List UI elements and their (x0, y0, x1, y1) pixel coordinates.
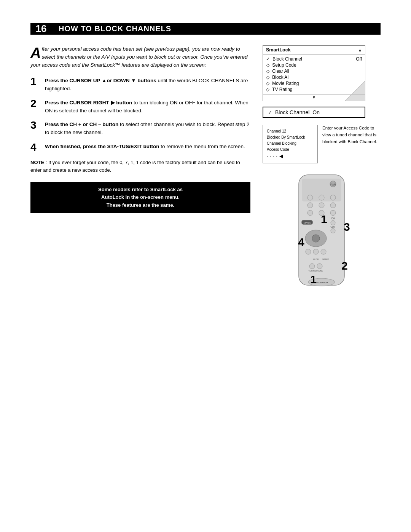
svg-text:MAGNAVOX: MAGNAVOX (315, 281, 328, 284)
step-3-bold: Press the CH + or CH – button (45, 121, 118, 127)
menu-title: SmartLock (266, 47, 291, 53)
cursor-dots: - - - - (267, 153, 278, 160)
svg-text:MUTE: MUTE (313, 258, 319, 260)
step-4: 4 When finished, press the STA-TUS/EXIT … (30, 143, 250, 153)
step-1-number: 1 (30, 76, 41, 93)
step-1: 1 Press the CURSOR UP ▲or DOWN ▼ buttons… (30, 77, 250, 93)
step-2: 2 Press the CURSOR RIGHT ▶ button to tur… (30, 99, 250, 115)
right-column: SmartLock ▲ ✓ Block Channel Off ◇ Setup … (263, 45, 381, 301)
menu-item-clear-all-label: ◇ Clear All (266, 69, 289, 74)
side-text-content: Enter your Access Code to view a tuned c… (322, 126, 377, 144)
menu-item-block-channel: ✓ Block Channel Off (266, 56, 362, 62)
svg-point-12 (307, 210, 313, 216)
screen-line-1: Channel 12 (267, 128, 314, 134)
svg-point-10 (319, 203, 324, 208)
step-4-number: 4 (30, 142, 41, 153)
note-label: NOTE (30, 160, 44, 165)
svg-point-14 (330, 210, 336, 216)
svg-text:SOUND: SOUND (316, 270, 323, 272)
screen-line-3: Channel Blocking (267, 141, 314, 147)
svg-point-28 (309, 264, 315, 269)
svg-point-29 (317, 264, 322, 269)
svg-point-9 (307, 203, 313, 208)
menu-item-movie-rating-label: ◇ Movie Rating (266, 81, 299, 86)
svg-point-11 (330, 203, 336, 208)
corner-fold-svg (344, 80, 365, 101)
step-3: 3 Press the CH + or CH – button to selec… (30, 121, 250, 137)
menu-item-tv-rating-label: ◇ TV Rating (266, 87, 292, 92)
block-channel-bar: ✓ Block Channel On (263, 107, 365, 118)
step-3-content: Press the CH + or CH – button to select … (45, 121, 250, 137)
svg-point-7 (319, 195, 324, 200)
remote-container: 1 3 4 2 1 PWR (280, 172, 363, 301)
step-4-bold: When finished, press the STA-TUS/EXIT bu… (45, 144, 159, 149)
svg-text:SMART: SMART (322, 258, 329, 260)
drop-cap: A (30, 47, 41, 59)
menu-item-setup-code: ◇ Setup Code (266, 62, 362, 68)
svg-point-6 (307, 195, 313, 200)
intro-paragraph: A fter your personal access code has bee… (30, 45, 250, 69)
bottom-notice: Some models refer to SmartLock as AutoLo… (30, 182, 250, 213)
page-title: HOW TO BLOCK CHANNELS (52, 23, 381, 35)
title-text: HOW TO BLOCK CHANNELS (59, 24, 171, 33)
block-channel-check-icon: ✓ (268, 110, 272, 115)
block-channel-label: Block Channel (275, 109, 309, 115)
step-4-content: When finished, press the STA-TUS/EXIT bu… (45, 143, 250, 153)
step-3-number: 3 (30, 120, 41, 137)
left-column: A fter your personal access code has bee… (30, 45, 250, 301)
svg-text:STATUS: STATUS (304, 222, 311, 224)
svg-text:PICTURE: PICTURE (308, 270, 317, 272)
intro-text: fter your personal access code has been … (30, 46, 248, 68)
note: NOTE : If you ever forget your code, the… (30, 159, 250, 174)
main-content: A fter your personal access code has bee… (30, 45, 381, 301)
menu-item-clear-all: ◇ Clear All (266, 68, 362, 74)
svg-point-22 (312, 235, 320, 242)
page-number: 16 (30, 23, 52, 35)
menu-title-row: SmartLock ▲ (263, 46, 365, 54)
svg-text:VOL: VOL (330, 226, 335, 228)
block-channel-value: On (312, 109, 320, 115)
svg-point-18 (331, 228, 335, 233)
svg-point-13 (319, 210, 324, 216)
channel-blocked-side-text: Enter your Access Code to view a tuned c… (322, 125, 381, 163)
svg-point-25 (321, 249, 326, 254)
screen-line-2: Blocked By SmartLock (267, 134, 314, 141)
channel-blocked-screen: Channel 12 Blocked By SmartLock Channel … (263, 125, 318, 163)
notice-line-3: These features are the same. (37, 201, 244, 209)
step-2-bold: Press the CURSOR RIGHT ▶ button (45, 100, 132, 105)
page-header: 16 HOW TO BLOCK CHANNELS (30, 23, 381, 35)
notice-line-2: AutoLock in the on-screen menu. (37, 193, 244, 201)
step-1-bold: Press the CURSOR UP ▲or DOWN ▼ buttons (45, 78, 156, 83)
menu-item-setup-code-label: ◇ Setup Code (266, 62, 296, 68)
cursor-line: - - - - ◀ (267, 153, 314, 160)
menu-item-block-all-label: ◇ Block All (266, 75, 290, 80)
menu-item-block-channel-value: Off (356, 56, 362, 62)
corner-fold (344, 80, 365, 101)
svg-text:CH: CH (331, 217, 335, 220)
smartlock-menu-wrapper: SmartLock ▲ ✓ Block Channel Off ◇ Setup … (263, 45, 365, 101)
menu-item-block-channel-label: ✓ Block Channel (266, 56, 302, 62)
note-text: : If you ever forget your code, the 0, 7… (30, 160, 240, 173)
svg-text:PWR: PWR (330, 183, 336, 186)
notice-line-1: Some models refer to SmartLock as (37, 186, 244, 194)
menu-item-block-all: ◇ Block All (266, 74, 362, 80)
svg-point-24 (313, 249, 319, 254)
step-2-number: 2 (30, 98, 41, 115)
remote-area: 1 3 4 2 1 PWR (263, 172, 381, 301)
screen-line-4: Access Code (267, 147, 314, 153)
svg-point-17 (331, 220, 335, 225)
remote-svg: PWR CH VOL (295, 172, 348, 294)
step-1-content: Press the CURSOR UP ▲or DOWN ▼ buttons u… (45, 77, 250, 93)
channel-blocked-area: Channel 12 Blocked By SmartLock Channel … (263, 125, 381, 163)
menu-arrow-up-icon: ▲ (358, 48, 362, 52)
cursor-arrow-icon: ◀ (279, 153, 283, 160)
svg-point-23 (306, 249, 311, 254)
step-2-content: Press the CURSOR RIGHT ▶ button to turn … (45, 99, 250, 115)
step-4-rest: to remove the menu from the screen. (161, 144, 245, 149)
svg-point-8 (330, 195, 336, 200)
